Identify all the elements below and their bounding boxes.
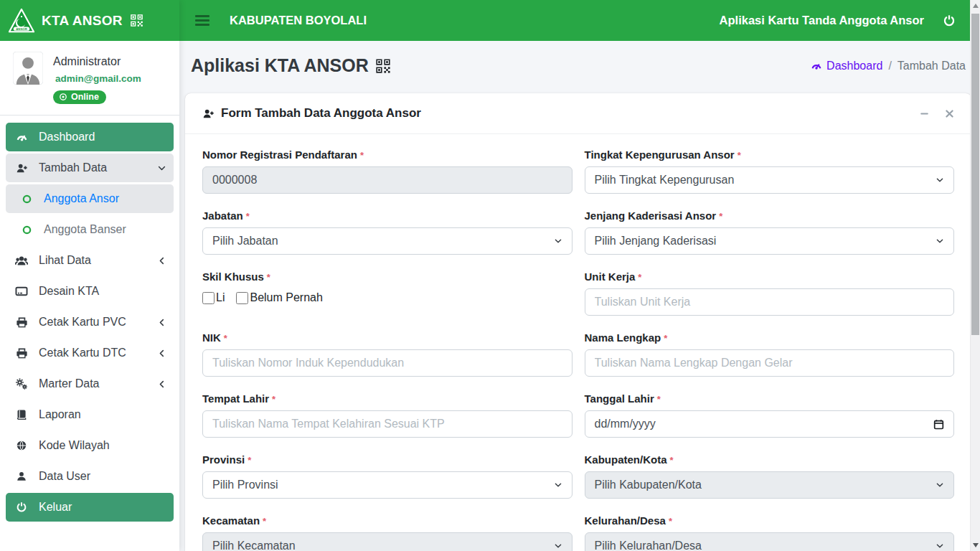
chevron-down-icon [157,164,166,173]
provinsi-select[interactable]: Pilih Provinsi [202,471,573,499]
sidebar-item-label: Marter Data [39,377,99,390]
brand-title: KTA ANSOR [42,13,123,29]
sidebar-item-kode-wilayah[interactable]: Kode Wilayah [6,431,174,460]
calendar-icon[interactable] [933,419,944,430]
chevron-down-icon [936,542,944,550]
circle-outline-icon [18,225,35,235]
page-title: Aplikasi KTA ANSOR [191,55,391,76]
sidebar-item-label: Cetak Kartu DTC [39,347,126,359]
chevron-left-icon [157,256,166,265]
id-card-icon [13,285,30,298]
sidebar-item-cetak-kartu-dtc[interactable]: Cetak Kartu DTC [6,339,174,367]
hamburger-menu-icon[interactable] [195,15,209,26]
chevron-down-icon [936,176,944,184]
field-tempat-lahir: Tempat Lahir* [202,392,573,438]
skil-li-checkbox[interactable] [202,292,215,304]
scrollbar-thumb[interactable] [971,14,979,335]
sidebar-item-dashboard[interactable]: Dashboard [6,123,174,151]
field-label: Tanggal Lahir* [585,392,955,405]
sidebar-item-anggota-banser[interactable]: Anggota Banser [6,215,174,244]
field-kelurahan-desa: Kelurahan/Desa* Pilih Kelurahan/Desa [585,514,955,551]
chevron-down-icon [554,237,562,245]
skil-belum-pernah-checkbox[interactable] [236,292,248,304]
chevron-left-icon [157,380,166,389]
select-value: Pilih Jenjang Kaderisasi [595,235,717,248]
field-skil-khusus: Skil Khusus* Li Belum Pernah [202,270,573,316]
checkbox-label-text: Belum Pernah [250,291,322,304]
sidebar-item-lihat-data[interactable]: Lihat Data [6,246,174,275]
kelurahan-desa-select: Pilih Kelurahan/Desa [585,532,955,551]
sidebar-item-cetak-kartu-pvc[interactable]: Cetak Kartu PVC [6,308,174,336]
nama-lengkap-input[interactable] [585,349,955,377]
jabatan-select[interactable]: Pilih Jabatan [202,227,573,255]
scrollbar-up-arrow[interactable] [971,0,980,11]
ansor-logo: ANSOR [9,9,34,33]
breadcrumb: Dashboard / Tambah Data [811,60,966,72]
field-label: Provinsi* [202,453,573,466]
sidebar-brand[interactable]: ANSOR KTA ANSOR [0,0,179,41]
sidebar-item-label: Anggota Banser [44,223,126,236]
tanggal-lahir-date-input[interactable]: dd/mm/yyyy [585,410,955,438]
field-jabatan: Jabatan* Pilih Jabatan [202,209,573,255]
sidebar-item-laporan[interactable]: Laporan [6,400,174,429]
content-area: Aplikasi KTA ANSOR Dashboard / Tambah Da… [179,41,980,551]
field-label: Nomor Registrasi Pendaftaran* [202,149,573,161]
avatar [13,52,43,104]
power-icon[interactable] [943,14,956,27]
chevron-down-icon [554,481,562,489]
navbar-link-kabupaten[interactable]: KABUPATEN BOYOLALI [230,14,367,27]
select-value: Pilih Jabatan [212,235,278,248]
jenjang-kaderisasi-select[interactable]: Pilih Jenjang Kaderisasi [585,227,955,255]
sidebar-item-keluar[interactable]: Keluar [6,493,174,522]
sidebar: ANSOR KTA ANSOR Administrator admin@gmai… [0,0,179,551]
user-icon [13,471,30,482]
checkbox-label-text: Li [216,291,225,304]
close-icon[interactable] [945,109,954,118]
users-icon [13,254,30,267]
main-area: KABUPATEN BOYOLALI Aplikasi Kartu Tanda … [179,0,980,551]
logo-banner-text: ANSOR [16,27,27,30]
form-body: Nomor Registrasi Pendaftaran* Tingkat Ke… [185,134,971,551]
chevron-down-icon [936,237,944,245]
sidebar-item-label: Keluar [39,501,72,514]
field-label: Tingkat Kepengurusan Ansor* [585,149,955,161]
tempat-lahir-input[interactable] [202,410,573,438]
unit-kerja-input[interactable] [585,288,955,316]
select-value: Pilih Kecamatan [212,540,296,551]
card-header: Form Tambah Data Anggota Ansor [185,93,971,134]
sidebar-item-data-user[interactable]: Data User [6,462,174,491]
sidebar-item-marter-data[interactable]: Marter Data [6,369,174,398]
field-label: Jenjang Kaderisasi Ansor* [585,209,955,222]
tingkat-kepengurusan-select[interactable]: Pilih Tingkat Kepengurusan [585,166,955,194]
collapse-icon[interactable] [920,109,929,118]
sidebar-item-desain-kta[interactable]: Desain KTA [6,277,174,306]
gears-icon [13,377,30,390]
field-label: Tempat Lahir* [202,392,573,405]
printer-icon [13,316,30,329]
navbar-app-title: Aplikasi Kartu Tanda Anggota Ansor [720,14,924,27]
kecamatan-select: Pilih Kecamatan [202,532,573,551]
field-label: Skil Khusus* [202,270,573,283]
card-title: Form Tambah Data Anggota Ansor [202,106,421,121]
sidebar-nav: Dashboard Tambah Data Anggota Ansor Angg… [0,123,179,524]
sidebar-item-label: Dashboard [39,131,95,143]
status-badge: Online [53,90,106,104]
vertical-scrollbar[interactable] [970,0,980,551]
field-nomor-registrasi: Nomor Registrasi Pendaftaran* [202,149,573,194]
user-profile-panel: Administrator admin@gmail.com Online [0,41,179,104]
sidebar-item-label: Laporan [39,408,81,421]
field-tingkat-kepengurusan: Tingkat Kepengurusan Ansor* Pilih Tingka… [585,149,955,194]
field-provinsi: Provinsi* Pilih Provinsi [202,453,573,499]
scrollbar-down-arrow[interactable] [971,540,980,551]
field-label: Jabatan* [202,209,573,222]
kabupaten-kota-select: Pilih Kabupaten/Kota [585,471,955,499]
skil-belum-pernah-checkbox-label: Belum Pernah [236,291,322,304]
sidebar-item-anggota-ansor[interactable]: Anggota Ansor [6,184,174,213]
nik-input[interactable] [202,349,573,377]
breadcrumb-dashboard-link[interactable]: Dashboard [811,60,882,72]
profile-email: admin@gmail.com [55,73,141,84]
field-label: NIK* [202,331,573,344]
sidebar-item-tambah-data[interactable]: Tambah Data [6,154,174,182]
book-icon [13,409,30,420]
field-kecamatan: Kecamatan* Pilih Kecamatan [202,514,573,551]
